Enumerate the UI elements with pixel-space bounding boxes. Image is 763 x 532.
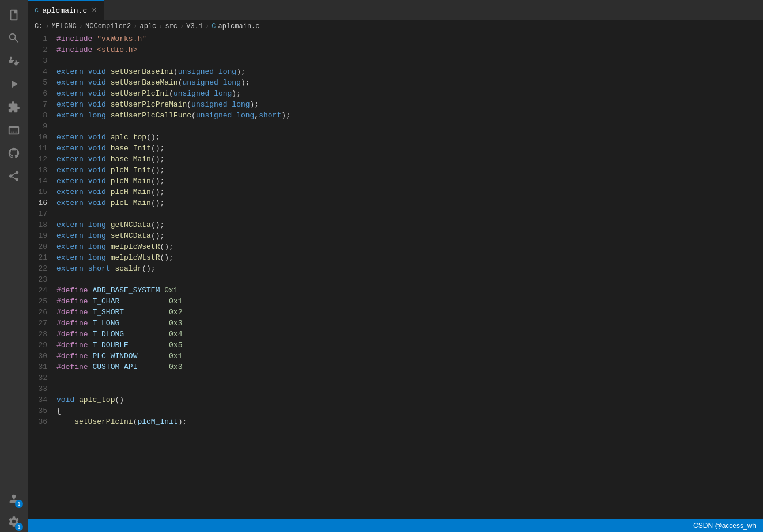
table-row: 21 extern long melplcWtstR(); (28, 252, 763, 263)
line-content[interactable] (56, 383, 763, 394)
line-content[interactable]: extern void base_Main(); (56, 154, 763, 165)
extensions-icon[interactable] (3, 97, 24, 117)
line-content[interactable]: #define PLC_WINDOW 0x1 (56, 351, 763, 362)
line-number: 34 (28, 394, 56, 405)
breadcrumb-sep-2: › (79, 22, 83, 31)
line-content[interactable]: extern long melplcWsetR(); (56, 241, 763, 252)
line-content[interactable]: extern void plcH_Main(); (56, 187, 763, 197)
line-content[interactable]: #define T_DOUBLE 0x5 (56, 340, 763, 351)
line-content[interactable]: extern long setNCData(); (56, 230, 763, 241)
breadcrumb-filename[interactable]: aplcmain.c (218, 22, 260, 31)
line-content[interactable]: extern void plcM_Init(); (56, 165, 763, 176)
line-content[interactable] (56, 274, 763, 285)
line-content[interactable]: extern void plcM_Main(); (56, 176, 763, 187)
breadcrumb-src[interactable]: src (165, 22, 177, 31)
files-icon[interactable] (3, 5, 24, 25)
tab-bar: c aplcmain.c × (28, 0, 763, 20)
table-row: 22 extern short scaldr(); (28, 263, 763, 274)
table-row: 34 void aplc_top() (28, 394, 763, 405)
line-number: 17 (28, 208, 56, 219)
line-number: 14 (28, 176, 56, 187)
line-number: 9 (28, 121, 56, 132)
line-content[interactable]: extern void aplc_top(); (56, 132, 763, 143)
table-row: 2 #include <stdio.h> (28, 44, 763, 55)
file-tab[interactable]: c aplcmain.c × (28, 0, 104, 20)
table-row: 19 extern long setNCData(); (28, 230, 763, 241)
line-content[interactable] (56, 121, 763, 132)
line-number: 18 (28, 219, 56, 230)
line-content[interactable]: extern void base_Init(); (56, 143, 763, 154)
line-content[interactable]: extern long setUserPlcCallFunc(unsigned … (56, 110, 763, 121)
line-content[interactable]: { (56, 405, 763, 416)
line-content[interactable]: extern void setUserBaseIni(unsigned long… (56, 66, 763, 77)
line-number: 11 (28, 143, 56, 154)
table-row: 12 extern void base_Main(); (28, 154, 763, 165)
line-content[interactable] (56, 55, 763, 66)
settings-icon[interactable]: 1 (3, 511, 24, 532)
line-number: 7 (28, 99, 56, 110)
breadcrumb-sep-5: › (180, 22, 184, 31)
account-icon[interactable]: 1 (3, 488, 24, 509)
table-row: 3 (28, 55, 763, 66)
line-content[interactable]: extern void setUserBaseMain(unsigned lon… (56, 77, 763, 88)
share-icon[interactable] (3, 166, 24, 187)
table-row: 10 extern void aplc_top(); (28, 132, 763, 143)
line-number: 13 (28, 165, 56, 176)
line-content[interactable]: #define T_CHAR 0x1 (56, 296, 763, 307)
line-content[interactable]: #include <stdio.h> (56, 44, 763, 55)
line-content[interactable]: #include "vxWorks.h" (56, 33, 763, 44)
line-number: 6 (28, 88, 56, 99)
line-content[interactable]: void aplc_top() (56, 394, 763, 405)
line-content[interactable]: #define CUSTOM_API 0x3 (56, 362, 763, 373)
table-row: 20 extern long melplcWsetR(); (28, 241, 763, 252)
line-content[interactable]: #define T_SHORT 0x2 (56, 307, 763, 318)
github-icon[interactable] (3, 143, 24, 164)
line-number: 2 (28, 44, 56, 55)
line-content[interactable] (56, 373, 763, 383)
line-content[interactable]: extern long melplcWtstR(); (56, 252, 763, 263)
search-icon[interactable] (3, 28, 24, 48)
line-content[interactable]: extern void plcL_Main(); (56, 197, 763, 208)
line-number: 27 (28, 318, 56, 329)
remote-icon[interactable] (3, 120, 24, 140)
breadcrumb: C: › MELCNC › NCCompiler2 › aplc › src ›… (28, 20, 763, 33)
breadcrumb-nccompiler[interactable]: NCCompiler2 (85, 22, 131, 31)
line-number: 30 (28, 351, 56, 362)
line-number: 33 (28, 383, 56, 394)
line-number: 32 (28, 373, 56, 383)
table-row: 25 #define T_CHAR 0x1 (28, 296, 763, 307)
tab-close-button[interactable]: × (92, 6, 96, 15)
table-row: 29 #define T_DOUBLE 0x5 (28, 340, 763, 351)
line-number: 5 (28, 77, 56, 88)
breadcrumb-sep-6: › (205, 22, 209, 31)
run-icon[interactable] (3, 74, 24, 94)
line-number: 28 (28, 329, 56, 340)
line-number: 26 (28, 307, 56, 318)
table-row: 18 extern long getNCData(); (28, 219, 763, 230)
line-content[interactable]: extern void setUserPlcIni(unsigned long)… (56, 88, 763, 99)
line-content[interactable]: extern void setUserPlcPreMain(unsigned l… (56, 99, 763, 110)
breadcrumb-melcnc[interactable]: MELCNC (52, 22, 77, 31)
breadcrumb-c[interactable]: C: (35, 22, 43, 31)
breadcrumb-file-icon: C (211, 22, 216, 31)
breadcrumb-v31[interactable]: V3.1 (186, 22, 203, 31)
line-number: 29 (28, 340, 56, 351)
line-number: 31 (28, 362, 56, 373)
line-content[interactable]: setUserPlcIni(plcM_Init); (56, 416, 763, 427)
source-control-icon[interactable] (3, 51, 24, 71)
line-content[interactable]: #define ADR_BASE_SYSTEM 0x1 (56, 285, 763, 296)
line-number: 12 (28, 154, 56, 165)
line-content[interactable]: extern short scaldr(); (56, 263, 763, 274)
table-row: 26 #define T_SHORT 0x2 (28, 307, 763, 318)
tab-filename: aplcmain.c (42, 6, 87, 15)
editor-area[interactable]: 1 #include "vxWorks.h" 2 #include <stdio… (28, 33, 763, 519)
table-row: 14 extern void plcM_Main(); (28, 176, 763, 187)
line-content[interactable]: #define T_DLONG 0x4 (56, 329, 763, 340)
line-content[interactable]: extern long getNCData(); (56, 219, 763, 230)
line-content[interactable] (56, 208, 763, 219)
line-number: 25 (28, 296, 56, 307)
line-number: 15 (28, 187, 56, 197)
line-number: 21 (28, 252, 56, 263)
breadcrumb-aplc[interactable]: aplc (139, 22, 156, 31)
line-content[interactable]: #define T_LONG 0x3 (56, 318, 763, 329)
